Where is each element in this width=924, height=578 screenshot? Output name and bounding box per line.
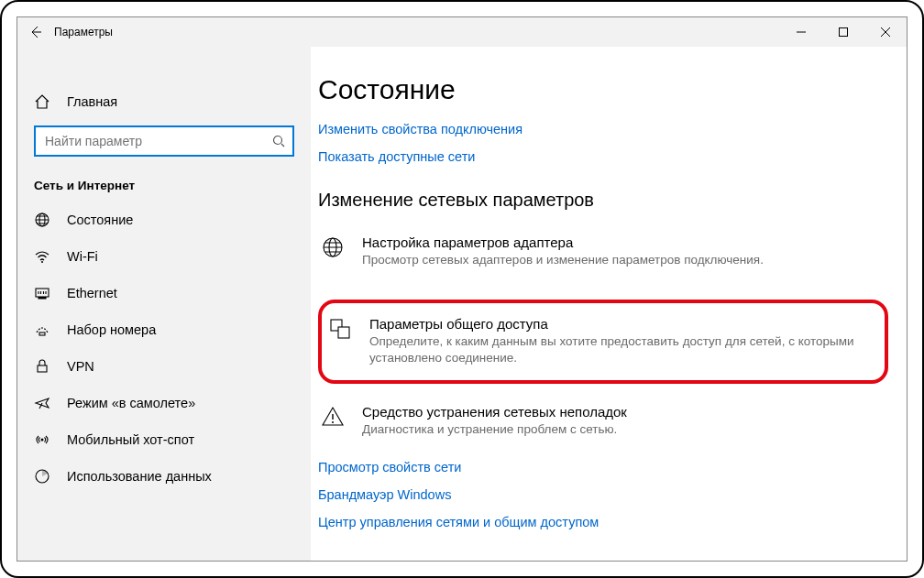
sidebar-group-label: Сеть и Интернет [17, 162, 311, 202]
svg-rect-0 [840, 28, 848, 37]
content-pane: Состояние Изменить свойства подключения … [311, 47, 907, 561]
globe-icon [34, 212, 50, 228]
svg-rect-13 [338, 327, 349, 338]
sidebar-item-label: Использование данных [67, 469, 212, 484]
dialup-icon [34, 322, 50, 338]
link-view-properties[interactable]: Просмотр свойств сети [318, 460, 888, 474]
sidebar-item-data[interactable]: Использование данных [17, 458, 311, 495]
sidebar-item-hotspot[interactable]: Мобильный хот-спот [17, 421, 311, 458]
body-area: Главная Сеть и Интернет Состояние [17, 47, 907, 561]
setting-desc: Диагностика и устранение проблем с сетью… [362, 421, 627, 438]
wifi-icon [34, 248, 50, 265]
setting-troubleshoot[interactable]: Средство устранения сетевых неполадок Ди… [318, 398, 888, 447]
titlebar: Параметры [17, 17, 907, 47]
link-firewall[interactable]: Брандмауэр Windows [318, 487, 888, 502]
airplane-icon [34, 395, 50, 411]
svg-point-8 [41, 439, 44, 442]
sidebar-item-airplane[interactable]: Режим «в самолете» [17, 385, 311, 421]
back-button[interactable] [17, 25, 54, 39]
sidebar-item-label: Ethernet [67, 286, 117, 300]
setting-title: Настройка параметров адаптера [362, 234, 764, 250]
svg-rect-6 [39, 333, 45, 335]
highlighted-setting: Параметры общего доступа Определите, к к… [318, 300, 888, 383]
sidebar-item-vpn[interactable]: VPN [17, 348, 311, 385]
warning-icon [320, 404, 346, 430]
sidebar-item-label: Мобильный хот-спот [67, 432, 194, 447]
page-title: Состояние [318, 74, 888, 105]
svg-rect-5 [36, 289, 49, 297]
ethernet-icon [34, 285, 50, 301]
setting-desc: Определите, к каким данным вы хотите пре… [369, 333, 872, 366]
link-show-networks[interactable]: Показать доступные сети [318, 149, 888, 164]
minimize-icon [797, 27, 806, 37]
adapter-icon [320, 234, 346, 260]
section-title: Изменение сетевых параметров [318, 190, 888, 211]
sidebar-home-label: Главная [67, 94, 117, 109]
setting-sharing-options[interactable]: Параметры общего доступа Определите, к к… [327, 312, 872, 370]
sidebar-item-label: Wi-Fi [67, 249, 98, 264]
svg-point-14 [332, 421, 334, 423]
home-icon [34, 93, 50, 110]
sidebar-item-wifi[interactable]: Wi-Fi [17, 238, 311, 275]
setting-title: Параметры общего доступа [369, 316, 872, 332]
close-icon [881, 27, 890, 37]
sidebar-item-ethernet[interactable]: Ethernet [17, 275, 311, 311]
sidebar-item-label: Режим «в самолете» [67, 396, 195, 410]
sidebar-item-home[interactable]: Главная [17, 83, 311, 120]
sidebar-item-label: VPN [67, 359, 94, 374]
window-title: Параметры [54, 26, 780, 38]
close-button[interactable] [864, 17, 907, 47]
link-network-center[interactable]: Центр управления сетями и общим доступом [318, 515, 888, 529]
search-input[interactable] [34, 125, 294, 157]
setting-title: Средство устранения сетевых неполадок [362, 404, 627, 420]
vpn-icon [34, 358, 50, 375]
svg-point-4 [41, 261, 43, 263]
sidebar-item-label: Набор номера [67, 322, 156, 337]
settings-window: Параметры Главная [16, 16, 908, 562]
svg-rect-7 [38, 365, 47, 372]
setting-desc: Просмотр сетевых адаптеров и изменение п… [362, 252, 764, 268]
setting-adapter-options[interactable]: Настройка параметров адаптера Просмотр с… [318, 229, 888, 278]
maximize-icon [839, 27, 848, 37]
sidebar-item-label: Состояние [67, 213, 133, 227]
data-usage-icon [34, 468, 50, 485]
link-change-connection[interactable]: Изменить свойства подключения [318, 122, 888, 136]
sidebar-item-dialup[interactable]: Набор номера [17, 311, 311, 348]
hotspot-icon [34, 431, 50, 448]
sharing-icon [327, 316, 353, 342]
maximize-button[interactable] [822, 17, 864, 47]
arrow-left-icon [28, 25, 43, 39]
minimize-button[interactable] [780, 17, 822, 47]
annotation-frame: Параметры Главная [0, 0, 924, 578]
sidebar: Главная Сеть и Интернет Состояние [17, 47, 311, 561]
sidebar-item-status[interactable]: Состояние [17, 202, 311, 238]
